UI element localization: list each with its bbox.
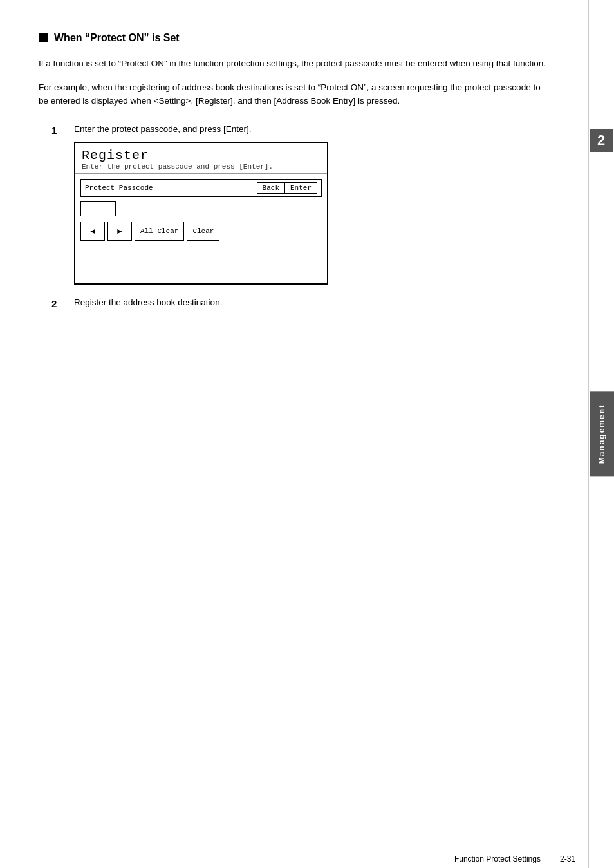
sidebar-tab-management: Management (590, 391, 614, 476)
clear-button[interactable]: Clear (187, 222, 219, 241)
nav-left-button[interactable]: ◄ (80, 222, 105, 241)
chapter-number: 2 (590, 129, 613, 152)
step-1-content: Enter the protect passcode, and press [E… (74, 124, 550, 285)
section-heading: When “Protect ON” is Set (39, 32, 550, 44)
step-1-text: Enter the protect passcode, and press [E… (74, 124, 550, 134)
step-2-number: 2 (51, 297, 64, 309)
footer-right: 2-31 (560, 854, 575, 863)
screen-subtitle: Enter the protect passcode and press [En… (82, 163, 321, 171)
step-1-number: 1 (51, 124, 64, 136)
right-sidebar: 2 Management (588, 0, 614, 868)
heading-bullet (39, 33, 48, 42)
enter-button[interactable]: Enter (285, 182, 317, 194)
screen-spacer (80, 246, 322, 278)
nav-right-button[interactable]: ► (107, 222, 132, 241)
footer-text: Function Protect Settings 2-31 (454, 854, 575, 863)
section-title: When “Protect ON” is Set (54, 32, 180, 44)
all-clear-button[interactable]: All Clear (135, 222, 184, 241)
footer: Function Protect Settings 2-31 (0, 849, 588, 868)
paragraph-1: If a function is set to “Protect ON” in … (39, 57, 550, 71)
step-1: 1 Enter the protect passcode, and press … (51, 124, 550, 285)
steps-container: 1 Enter the protect passcode, and press … (51, 124, 550, 315)
step-2-content: Register the address book destination. (74, 297, 550, 315)
screen-body: Protect Passcode Back Enter ◄ ► (75, 174, 327, 283)
protect-row: Protect Passcode Back Enter (80, 179, 322, 197)
nav-buttons-row: ◄ ► All Clear Clear (80, 222, 322, 241)
protect-label: Protect Passcode (85, 184, 153, 192)
screen-mockup: Register Enter the protect passcode and … (74, 142, 328, 285)
step-2-text: Register the address book destination. (74, 297, 550, 307)
footer-left: Function Protect Settings (454, 854, 541, 863)
step-2: 2 Register the address book destination. (51, 297, 550, 315)
screen-title: Register (82, 148, 321, 163)
paragraph-2: For example, when the registering of add… (39, 80, 550, 108)
back-button[interactable]: Back (257, 182, 285, 194)
screen-header: Register Enter the protect passcode and … (75, 143, 327, 174)
passcode-input[interactable] (80, 201, 116, 216)
btn-group-right: Back Enter (257, 182, 317, 194)
